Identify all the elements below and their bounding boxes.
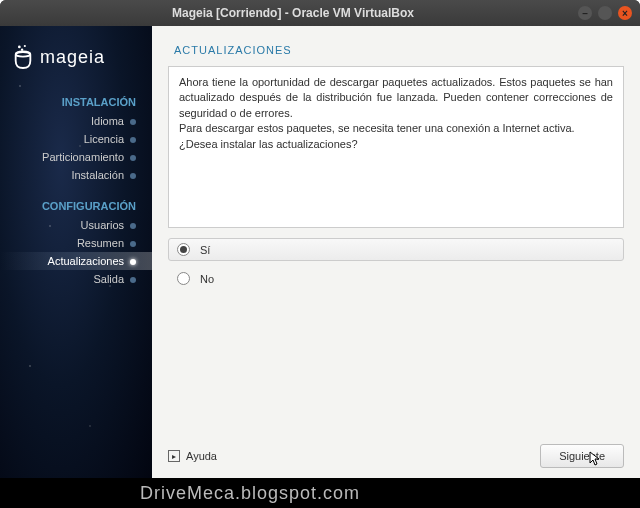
step-dot-icon: [130, 119, 136, 125]
step-dot-icon: [130, 173, 136, 179]
window-title: Mageia [Corriendo] - Oracle VM VirtualBo…: [8, 6, 578, 20]
sidebar-item-actualizaciones[interactable]: Actualizaciones: [0, 252, 152, 270]
help-label: Ayuda: [186, 450, 217, 462]
main-panel: ACTUALIZACIONES Ahora tiene la oportunid…: [152, 26, 640, 478]
radio-no[interactable]: [177, 272, 190, 285]
help-button[interactable]: ▸ Ayuda: [168, 450, 217, 462]
option-yes-label: Sí: [200, 244, 210, 256]
sidebar-item-salida[interactable]: Salida: [0, 270, 152, 288]
titlebar[interactable]: Mageia [Corriendo] - Oracle VM VirtualBo…: [0, 0, 640, 26]
option-no[interactable]: No: [168, 267, 624, 290]
svg-point-1: [24, 45, 26, 47]
radio-yes[interactable]: [177, 243, 190, 256]
sidebar-item-instalacion[interactable]: Instalación: [0, 166, 152, 184]
sidebar: mageia INSTALACIÓN Idioma Licencia Parti…: [0, 26, 152, 478]
option-no-label: No: [200, 273, 214, 285]
maximize-button[interactable]: [598, 6, 612, 20]
virtualbox-window: Mageia [Corriendo] - Oracle VM VirtualBo…: [0, 0, 640, 478]
section-heading-config: CONFIGURACIÓN: [0, 184, 152, 216]
watermark: DriveMeca.blogspot.com: [0, 478, 640, 508]
step-dot-icon: [130, 277, 136, 283]
step-dot-icon: [130, 137, 136, 143]
cauldron-icon: [12, 44, 34, 70]
step-dot-icon: [130, 155, 136, 161]
logo-text: mageia: [40, 47, 105, 68]
close-button[interactable]: ×: [618, 6, 632, 20]
message-line-2: Para descargar estos paquetes, se necesi…: [179, 121, 613, 136]
window-body: mageia INSTALACIÓN Idioma Licencia Parti…: [0, 26, 640, 478]
message-box: Ahora tiene la oportunidad de descargar …: [168, 66, 624, 228]
footer-bar: ▸ Ayuda Siguiente: [168, 436, 624, 468]
step-dot-icon: [130, 259, 136, 265]
minimize-button[interactable]: –: [578, 6, 592, 20]
window-controls: – ×: [578, 6, 632, 20]
svg-point-0: [18, 46, 21, 49]
next-button[interactable]: Siguiente: [540, 444, 624, 468]
sidebar-item-idioma[interactable]: Idioma: [0, 112, 152, 130]
section-heading-install: INSTALACIÓN: [0, 80, 152, 112]
sidebar-item-licencia[interactable]: Licencia: [0, 130, 152, 148]
message-line-1: Ahora tiene la oportunidad de descargar …: [179, 75, 613, 121]
sidebar-item-usuarios[interactable]: Usuarios: [0, 216, 152, 234]
mageia-logo: mageia: [0, 26, 152, 80]
play-icon: ▸: [168, 450, 180, 462]
message-line-3: ¿Desea instalar las actualizaciones?: [179, 137, 613, 152]
option-yes[interactable]: Sí: [168, 238, 624, 261]
svg-point-2: [21, 48, 23, 50]
radio-group: Sí No: [168, 238, 624, 290]
svg-point-3: [16, 52, 31, 57]
next-label: Siguiente: [559, 450, 605, 462]
panel-title: ACTUALIZACIONES: [168, 40, 624, 66]
sidebar-item-particionamiento[interactable]: Particionamiento: [0, 148, 152, 166]
step-dot-icon: [130, 241, 136, 247]
sidebar-item-resumen[interactable]: Resumen: [0, 234, 152, 252]
step-dot-icon: [130, 223, 136, 229]
